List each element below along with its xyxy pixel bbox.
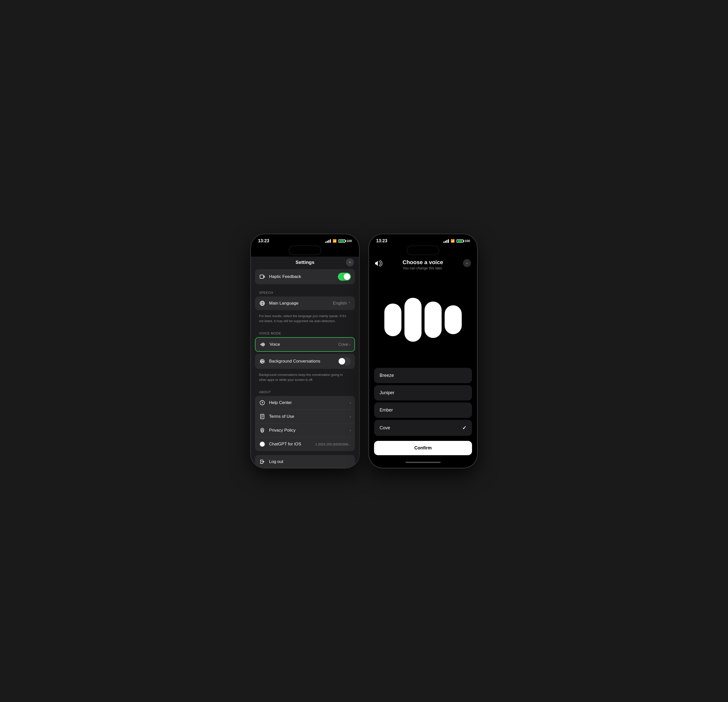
chatgpt-version: 1.2024.150 (93263286...	[315, 443, 351, 446]
signal-bar-r1	[443, 242, 444, 243]
orb-pill-2	[404, 298, 422, 342]
terms-chevron: ›	[350, 415, 351, 418]
logout-card[interactable]: Log out	[255, 455, 355, 468]
battery-body-left	[338, 239, 345, 243]
orb-pill-1	[384, 304, 402, 336]
privacy-row[interactable]: Privacy Policy ›	[255, 423, 355, 437]
left-screen: 13:23 📶 100	[251, 234, 359, 468]
svg-rect-9	[260, 344, 261, 345]
signal-bar-r3	[446, 240, 448, 243]
voice-mode-section-header: VOICE MODE	[255, 327, 355, 337]
voice-value: Cove ›	[338, 342, 350, 347]
main-language-row[interactable]: Main Language English ⌃	[255, 297, 355, 310]
haptic-toggle-knob	[344, 274, 350, 280]
voice-ember-label: Ember	[380, 408, 393, 413]
background-toggle-knob	[339, 358, 345, 365]
voice-list: Breeze Juniper Ember Cove ✓	[369, 368, 477, 436]
battery-text-right: 100	[465, 239, 470, 243]
svg-rect-0	[260, 275, 263, 278]
svg-rect-12	[264, 343, 265, 346]
status-bar-right: 13:23 📶 100	[369, 234, 477, 245]
voice-header: Choose a voice You can change this later…	[369, 257, 477, 274]
privacy-icon	[259, 427, 266, 434]
settings-close-button[interactable]: ×	[346, 258, 354, 267]
battery-text-left: 100	[347, 239, 352, 243]
settings-header: Settings ×	[251, 257, 359, 269]
haptic-feedback-label: Haptic Feedback	[269, 274, 334, 279]
battery-left: 100	[338, 239, 352, 243]
voice-chevron: ›	[349, 343, 350, 346]
terms-row[interactable]: Terms of Use ›	[255, 409, 355, 423]
dynamic-island-right	[407, 245, 439, 255]
wifi-icon-left: 📶	[332, 239, 337, 243]
help-center-row[interactable]: ? Help Center ›	[255, 396, 355, 409]
status-time-right: 13:23	[376, 238, 387, 244]
haptic-feedback-row[interactable]: Haptic Feedback	[255, 269, 355, 284]
voice-chooser-title: Choose a voice	[383, 259, 463, 266]
chatgpt-row: ChatGPT for iOS 1.2024.150 (93263286...	[255, 437, 355, 451]
privacy-label: Privacy Policy	[269, 428, 346, 433]
background-toggle[interactable]	[338, 357, 351, 365]
home-bar-right	[406, 462, 441, 463]
svg-rect-24	[261, 430, 263, 431]
language-chevron: ⌃	[348, 301, 351, 305]
background-conv-card: Background Conversations	[255, 354, 355, 369]
background-conv-row[interactable]: Background Conversations	[255, 354, 355, 369]
voice-icon	[260, 341, 266, 348]
dynamic-island-left	[289, 245, 321, 255]
background-desc: Background conversations keep the conver…	[255, 371, 355, 386]
orb-pill-3	[425, 301, 442, 338]
settings-content: Haptic Feedback SPEECH	[251, 269, 359, 468]
speaker-icon	[375, 260, 383, 268]
help-center-label: Help Center	[269, 400, 346, 405]
chatgpt-icon	[259, 441, 266, 447]
voice-orb	[384, 298, 462, 342]
help-icon: ?	[259, 399, 266, 406]
voice-item-ember[interactable]: Ember	[374, 402, 472, 418]
signal-bar-1	[325, 242, 326, 243]
voice-row[interactable]: Voice Cove ›	[256, 338, 354, 351]
voice-breeze-label: Breeze	[380, 373, 394, 378]
background-conv-label: Background Conversations	[269, 359, 334, 364]
voice-item-cove[interactable]: Cove ✓	[374, 420, 472, 436]
right-screen: 13:23 📶 100	[369, 234, 477, 468]
voice-close-button[interactable]: ×	[463, 259, 471, 267]
settings-title: Settings	[296, 259, 315, 265]
battery-right: 100	[456, 239, 470, 243]
svg-rect-17	[263, 361, 264, 362]
svg-rect-10	[262, 343, 263, 346]
svg-text:?: ?	[261, 401, 263, 405]
voice-chooser-subtitle: You can change this later.	[383, 266, 463, 270]
language-desc: For best results, select the language yo…	[255, 312, 355, 327]
svg-rect-14	[260, 360, 261, 362]
status-icons-right: 📶 100	[443, 239, 470, 243]
terms-label: Terms of Use	[269, 414, 346, 419]
signal-bars-right	[443, 239, 449, 243]
battery-body-right	[456, 239, 464, 243]
main-language-value: English ⌃	[333, 301, 351, 306]
globe-icon	[259, 300, 266, 307]
status-time-left: 13:23	[258, 238, 269, 244]
haptic-toggle[interactable]	[338, 272, 351, 281]
confirm-button[interactable]: Confirm	[374, 441, 472, 455]
logout-icon	[259, 458, 266, 465]
main-language-label: Main Language	[269, 301, 329, 306]
svg-rect-11	[263, 343, 263, 346]
signal-bar-r2	[445, 241, 446, 243]
voice-item-breeze[interactable]: Breeze	[374, 368, 472, 383]
battery-fill-left	[339, 240, 344, 242]
signal-bar-r4	[448, 239, 449, 243]
confirm-btn-container: Confirm	[369, 436, 477, 459]
help-chevron: ›	[350, 401, 351, 405]
voice-row-highlighted[interactable]: Voice Cove ›	[255, 337, 355, 352]
about-card: ? Help Center ›	[255, 396, 355, 451]
voice-screen: Choose a voice You can change this later…	[369, 257, 477, 468]
voice-label: Voice	[270, 342, 335, 347]
status-bar-left: 13:23 📶 100	[251, 234, 359, 245]
cove-checkmark: ✓	[462, 425, 467, 431]
logout-row[interactable]: Log out	[255, 455, 355, 468]
about-section-header: ABOUT	[255, 386, 355, 396]
logout-label: Log out	[269, 459, 351, 464]
voice-item-juniper[interactable]: Juniper	[374, 385, 472, 401]
settings-screen[interactable]: Settings ×	[251, 257, 359, 468]
